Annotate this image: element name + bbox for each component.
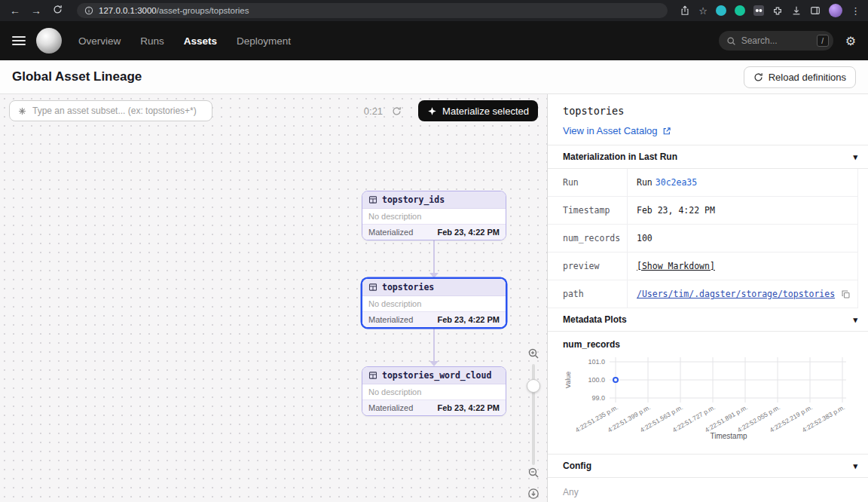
section-materialization-last-run[interactable]: Materialization in Last Run ▾ [548,145,868,169]
asset-subset-input[interactable] [32,106,204,116]
timer-refresh-icon[interactable] [392,106,402,116]
y-tick-99: 99.0 [591,394,605,402]
share-icon[interactable] [680,5,690,16]
extension-icon-grammarly[interactable] [735,5,745,16]
run-id-link[interactable]: 30c2ea35 [656,177,697,188]
table-icon [368,371,377,380]
asset-node-timestamp: Feb 23, 4:22 PM [437,228,500,237]
main-nav: Overview Runs Assets Deployment [78,35,291,47]
search-icon [726,36,736,46]
chevron-down-icon: ▾ [853,152,857,162]
section-heading: Materialization in Last Run [563,152,677,162]
section-heading: Metadata Plots [563,314,627,325]
x-axis-label: Timestamp [710,432,747,440]
zoom-out-icon[interactable] [527,467,539,479]
search-input[interactable] [741,35,811,46]
materialize-selected-button[interactable]: Materialize selected [418,100,538,121]
chevron-down-icon: ▾ [853,461,857,471]
zoom-slider-handle[interactable] [527,379,540,393]
table-row-timestamp: Timestamp Feb 23, 4:22 PM [548,197,857,225]
asset-node-topstories[interactable]: topstories No description Materialized F… [362,278,506,328]
asset-node-description: No description [362,209,506,224]
table-icon [368,195,377,204]
table-row-run: Run Run 30c2ea35 [548,169,857,197]
search-shortcut-key: / [817,35,829,47]
edge-arrowhead [429,273,439,278]
asset-details-panel: topstories View in Asset Catalog Materia… [548,94,868,502]
metadata-value: 100 [628,225,857,252]
asset-node-name: topstories [382,282,434,292]
section-config[interactable]: Config ▾ [548,454,868,478]
table-icon [368,283,377,292]
nav-item-overview[interactable]: Overview [78,35,121,47]
asset-node-description: No description [362,296,506,311]
settings-gear-icon[interactable]: ⚙ [845,34,856,48]
graph-query-icon [17,106,27,116]
chevron-down-icon: ▾ [853,315,857,325]
table-row-num-records: num_records 100 [548,225,857,253]
y-tick-101: 101.0 [588,358,605,366]
asset-node-topstory-ids[interactable]: topstory_ids No description Materialized… [362,191,506,240]
page-title: Global Asset Lineage [12,69,142,84]
metadata-key: path [548,280,628,308]
table-row-path: path /Users/tim/.dagster/storage/topstor… [548,280,857,308]
metadata-key: preview [548,253,628,280]
dagster-logo[interactable] [36,28,62,54]
view-in-asset-catalog-link[interactable]: View in Asset Catalog [563,125,671,136]
view-in-asset-catalog-label: View in Asset Catalog [563,125,658,136]
reload-definitions-button[interactable]: Reload definitions [744,66,856,88]
copy-icon[interactable] [841,289,851,299]
section-metadata-plots[interactable]: Metadata Plots ▾ [548,308,868,332]
external-link-icon [662,127,671,136]
download-icon[interactable] [791,5,802,16]
extension-icon-teal[interactable] [716,5,726,16]
y-tick-100: 100.0 [588,376,605,384]
bookmark-star-icon[interactable]: ☆ [698,5,708,17]
nav-item-runs[interactable]: Runs [140,35,164,47]
nav-item-assets[interactable]: Assets [184,35,217,47]
metadata-key: num_records [548,225,628,252]
extension-icon-glasses[interactable] [753,5,764,16]
reload-definitions-label: Reload definitions [769,72,846,83]
nav-item-deployment[interactable]: Deployment [237,35,291,47]
metadata-key: Run [548,169,628,196]
asset-node-name: topstories_word_cloud [382,370,491,381]
page-header: Global Asset Lineage Reload definitions [0,60,868,94]
asset-node-timestamp: Feb 23, 4:22 PM [437,403,500,412]
recenter-view-icon[interactable] [527,488,539,500]
asset-node-status: Materialized [368,403,413,412]
asset-node-timestamp: Feb 23, 4:22 PM [437,315,500,324]
address-bar[interactable]: 127.0.0.1:3000/asset-groups/topstories [77,3,668,18]
info-icon[interactable] [84,6,93,15]
asset-node-status: Materialized [368,228,413,237]
metadata-value: Feb 23, 4:22 PM [628,197,857,224]
refresh-icon [753,72,763,82]
sidebar-panel-icon[interactable] [810,5,821,16]
asset-title: topstories [563,105,853,117]
asset-node-topstories-word-cloud[interactable]: topstories_word_cloud No description Mat… [362,366,506,416]
y-axis-label: Value [564,372,572,388]
data-point [613,378,618,382]
show-markdown-link[interactable]: [Show Markdown] [637,261,715,271]
reload-icon[interactable] [50,5,65,17]
asset-subset-filter[interactable] [9,100,212,121]
browser-menu-icon[interactable]: ⋮ [851,5,860,17]
url-path: /asset-groups/topstories [157,6,249,15]
edge-topstory-ids-to-topstories [433,237,435,273]
asset-node-description: No description [362,384,506,399]
run-prefix: Run [637,177,653,188]
asset-node-name: topstory_ids [382,194,445,205]
plot-title: num_records [548,332,868,351]
zoom-in-icon[interactable] [527,347,539,360]
metadata-table: Run Run 30c2ea35 Timestamp Feb 23, 4:22 … [548,169,858,308]
global-search[interactable]: / [719,31,833,51]
asset-graph-canvas[interactable]: 0:21 Materialize selected topstory_ids [0,94,548,502]
hamburger-menu-icon[interactable] [12,36,26,45]
forward-icon[interactable]: → [29,5,44,17]
back-icon[interactable]: ← [8,5,23,17]
url-host: 127.0.0.1:3000 [99,6,157,15]
storage-path-link[interactable]: /Users/tim/.dagster/storage/topstories [637,289,835,299]
section-heading: Config [563,461,591,471]
profile-avatar[interactable] [829,4,842,17]
extensions-puzzle-icon[interactable] [772,5,783,16]
